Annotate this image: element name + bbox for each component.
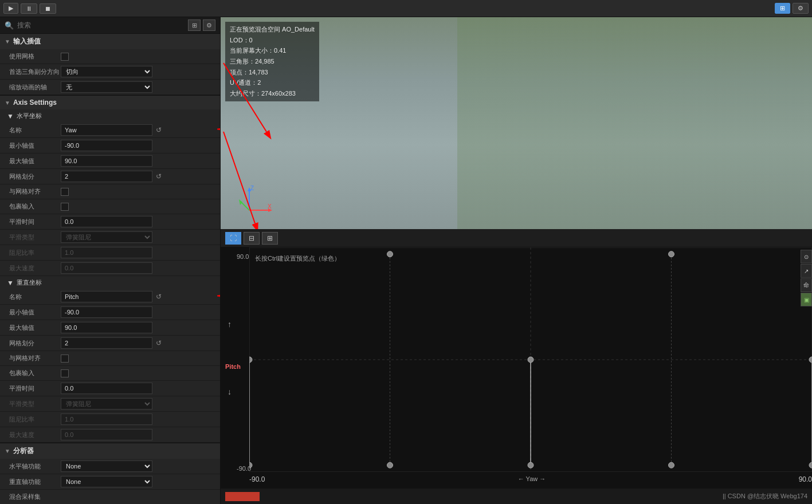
row-v-wrapinput: 包裹输入	[0, 366, 220, 381]
arrow-icon-analyzer: ▼	[5, 448, 10, 454]
input-h-dampingratio[interactable]	[61, 247, 152, 258]
reset-v-griddiv-btn[interactable]: ↺	[155, 339, 163, 347]
side-btn-2[interactable]: ↗	[801, 264, 812, 278]
select-h-func[interactable]: None	[61, 460, 152, 472]
grid-view-btn[interactable]: ⊞	[188, 19, 201, 31]
graph-x-labels: -90.0 ← Yaw → 90.0	[249, 475, 812, 483]
checkbox-h-wrapinput[interactable]	[61, 203, 69, 211]
top-bar-btn-2[interactable]: ⏸	[21, 3, 37, 14]
input-v-maxspeed[interactable]	[61, 429, 152, 440]
row-v-dampingratio: 阻尼比率	[0, 412, 220, 427]
section-input-plugin-title: 输入插值	[13, 37, 41, 46]
label-h-max: 最大轴值	[9, 157, 61, 166]
svg-point-34	[249, 462, 252, 468]
top-bar-btn-3[interactable]: ⏹	[40, 3, 56, 14]
select-v-smoothtype[interactable]: 弹簧阻尼	[61, 398, 152, 410]
sub-section-horizontal-title: 水平坐标	[17, 112, 42, 120]
select-scale-axis[interactable]: 无	[61, 81, 152, 93]
top-bar-btn-5[interactable]: ⚙	[793, 3, 809, 14]
input-v-name[interactable]	[61, 291, 152, 302]
select-v-func[interactable]: None	[61, 476, 152, 487]
graph-btn-minus[interactable]: ⊟	[244, 232, 260, 245]
input-h-max[interactable]	[61, 155, 152, 167]
viewport-uv: UV通道：2	[230, 77, 315, 88]
input-v-griddiv[interactable]	[61, 337, 152, 349]
select-h-smoothtype[interactable]: 弹簧阻尼	[61, 231, 152, 243]
input-v-min[interactable]	[61, 306, 152, 318]
viewport-screen-size: 当前屏幕大小：0.41	[230, 45, 315, 56]
reset-h-name-btn[interactable]: ↺	[155, 126, 163, 134]
reset-v-name-btn[interactable]: ↺	[155, 293, 163, 301]
row-v-min: 最小轴值	[0, 305, 220, 320]
main-layout: 🔍 ⊞ ⚙ ▼ 输入插值 使用网格 首选三角副分方向	[0, 17, 812, 504]
label-v-func: 重直轴功能	[9, 478, 61, 486]
input-h-griddiv[interactable]	[61, 171, 152, 182]
row-h-dampingratio: 阻尼比率	[0, 245, 220, 261]
svg-text:Z: Z	[250, 185, 254, 191]
input-v-smoothtime[interactable]	[61, 383, 152, 394]
row-mixed: 混合采样集	[0, 490, 220, 504]
input-h-min[interactable]	[61, 140, 152, 151]
sub-section-horizontal-header[interactable]: ▼ 水平坐标	[0, 109, 220, 123]
input-v-max[interactable]	[61, 322, 152, 333]
row-v-smoothtime: 平滑时间	[0, 381, 220, 396]
arrow-icon-axis: ▼	[5, 100, 10, 106]
row-v-maxspeed: 最大速度	[0, 427, 220, 443]
viewport-title: 正在预览混合空间 AO_Default	[230, 24, 315, 35]
section-analyzer-header[interactable]: ▼ 分析器	[0, 443, 220, 459]
input-h-maxspeed[interactable]	[61, 262, 152, 274]
label-v-smoothtime: 平滑时间	[9, 384, 61, 393]
svg-point-29	[249, 357, 252, 363]
graph-btn-plus[interactable]: ⊞	[262, 232, 278, 245]
row-use-mesh: 使用网格	[0, 49, 220, 64]
section-axis-settings-title: Axis Settings	[13, 99, 57, 107]
settings-btn[interactable]: ⚙	[203, 19, 215, 31]
input-v-dampingratio[interactable]	[61, 414, 152, 425]
status-progress	[225, 492, 260, 501]
row-h-maxspeed: 最大速度	[0, 261, 220, 276]
sub-section-vertical-header[interactable]: ▼ 重直坐标	[0, 276, 220, 289]
graph-btn-fullscreen[interactable]: ⛶	[225, 232, 241, 245]
side-btn-1[interactable]: ⊙	[801, 250, 812, 263]
row-h-max: 最大轴值	[0, 153, 220, 169]
top-bar-btn-active[interactable]: ⊞	[775, 3, 790, 14]
row-h-smoothtype: 平滑类型 弹簧阻尼	[0, 230, 220, 245]
input-h-name[interactable]	[61, 124, 152, 136]
graph-y-mid-label: Pitch	[225, 363, 241, 370]
search-input[interactable]	[17, 21, 185, 29]
section-input-plugin-header[interactable]: ▼ 输入插值	[0, 34, 220, 49]
row-v-smoothtype: 平滑类型 弹簧阻尼	[0, 396, 220, 412]
reset-h-griddiv-btn[interactable]: ↺	[155, 172, 163, 180]
svg-text:X: X	[268, 203, 272, 210]
checkbox-h-gridalign[interactable]	[61, 188, 69, 196]
label-h-smoothtype: 平滑类型	[9, 233, 61, 242]
label-h-name: 名称	[9, 126, 61, 135]
section-analyzer-title: 分析器	[13, 446, 34, 456]
checkbox-v-wrapinput[interactable]	[61, 369, 69, 377]
input-h-smoothtime[interactable]	[61, 216, 152, 227]
svg-point-30	[387, 251, 393, 257]
row-h-min: 最小轴值	[0, 138, 220, 153]
row-h-gridalign: 与网格对齐	[0, 184, 220, 199]
side-btn-3[interactable]: 命	[801, 278, 812, 292]
section-axis-settings-header[interactable]: ▼ Axis Settings	[0, 96, 220, 109]
status-text: || CSDN @结志伏晓 Webg174	[723, 492, 807, 501]
select-triangle-tangent[interactable]: 切向	[61, 66, 152, 77]
row-h-func: 水平轴功能 None	[0, 459, 220, 474]
label-v-max: 最大轴值	[9, 324, 61, 332]
section-analyzer: ▼ 分析器 水平轴功能 None 重直轴功能 None	[0, 443, 220, 504]
checkbox-use-mesh[interactable]	[61, 53, 69, 61]
svg-point-32	[669, 251, 674, 257]
side-btn-4[interactable]: ▣	[801, 293, 812, 306]
svg-marker-11	[239, 199, 242, 205]
sub-section-vertical-title: 重直坐标	[17, 278, 42, 287]
label-h-dampingratio: 阻尼比率	[9, 249, 61, 257]
row-v-func: 重直轴功能 None	[0, 474, 220, 490]
top-bar-btn-1[interactable]: ▶	[3, 3, 18, 14]
svg-point-35	[528, 462, 534, 468]
top-bar: ▶ ⏸ ⏹ ⊞ ⚙	[0, 0, 812, 17]
row-h-griddiv: 网格划分 ↺	[0, 169, 220, 184]
checkbox-v-gridalign[interactable]	[61, 355, 69, 363]
csdn-icon: ||	[723, 493, 726, 499]
section-axis-settings: ▼ Axis Settings ▼ 水平坐标 名称 ↺	[0, 96, 220, 443]
